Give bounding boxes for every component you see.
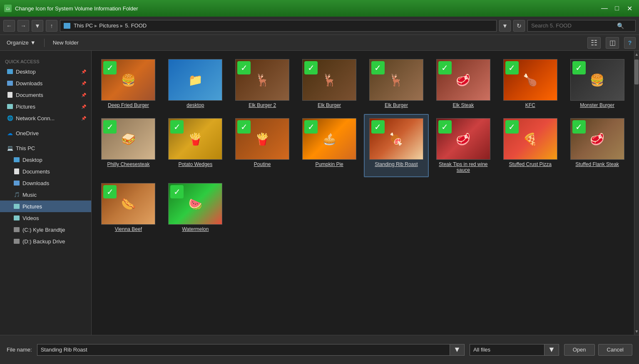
file-item-desktop[interactable]: 📁desktop: [163, 55, 228, 112]
sidebar-item-desktop-pc[interactable]: Desktop: [0, 154, 91, 166]
open-button[interactable]: Open: [564, 344, 595, 356]
file-label-elk-burger-2[interactable]: Elk Burger 2: [249, 102, 276, 108]
scroll-up-arrow[interactable]: ▲: [635, 51, 639, 58]
file-item-stuffed-crust-pizza[interactable]: 🍕✓Stuffed Crust Pizza: [497, 114, 563, 177]
file-item-kfc[interactable]: 🍗✓KFC: [497, 55, 563, 112]
file-label-vienna-beef[interactable]: Vienna Beef: [115, 226, 142, 232]
file-item-elk-burger-2[interactable]: 🦌✓Elk Burger 2: [230, 55, 295, 112]
file-label-elk-burger[interactable]: Elk Burger: [318, 102, 341, 108]
window-icon: 🗂: [4, 5, 12, 12]
check-overlay-steak-tips: ✓: [438, 120, 452, 134]
sidebar-item-desktop-quick[interactable]: Desktop 📌: [0, 66, 91, 77]
file-label-elk-burger-3[interactable]: Elk Burger: [385, 102, 408, 108]
sidebar-item-pictures-quick[interactable]: Pictures 📌: [0, 101, 91, 112]
file-label-steak-tips[interactable]: Steak Tips in red wine sauce: [436, 161, 490, 173]
breadcrumb-food[interactable]: 5. FOOD: [125, 22, 147, 29]
file-label-elk-steak[interactable]: Elk Steak: [453, 102, 474, 108]
file-item-elk-burger[interactable]: 🦌✓Elk Burger: [297, 55, 362, 112]
view-toggle-button[interactable]: ◫: [606, 37, 619, 49]
file-label-desktop[interactable]: desktop: [186, 102, 204, 108]
window-controls: — □ ✕: [599, 3, 635, 14]
file-item-deep-fried-burger[interactable]: 🍔✓Deep Fried Burger: [96, 55, 161, 112]
file-item-watermelon[interactable]: 🍉✓Watermelon: [163, 179, 228, 236]
minimize-button[interactable]: —: [599, 3, 610, 14]
file-label-watermelon[interactable]: Watermelon: [182, 226, 209, 232]
maximize-button[interactable]: □: [612, 3, 622, 14]
sidebar-item-network-quick[interactable]: 🌐 Network Conn... 📌: [0, 112, 91, 124]
filetype-dropdown-button[interactable]: ▼: [545, 344, 559, 356]
folder-icon: [7, 68, 13, 75]
file-item-elk-steak[interactable]: 🥩✓Elk Steak: [430, 55, 496, 112]
sidebar-item-downloads-quick[interactable]: Downloads 📌: [0, 77, 91, 89]
onedrive-icon: ☁: [7, 130, 13, 136]
file-label-potato-wedges[interactable]: Potato Wedges: [178, 161, 212, 167]
check-overlay-deep-fried-burger: ✓: [103, 61, 117, 74]
sidebar-item-c-drive[interactable]: (C:) Kyle Brandtje: [0, 224, 91, 235]
filetype-input[interactable]: [470, 344, 545, 356]
sidebar-item-downloads-pc[interactable]: Downloads: [0, 177, 91, 189]
file-item-monster-burger[interactable]: 🍔✓Monster Burger: [564, 55, 630, 112]
file-thumbnail-elk-burger-3: 🦌✓: [369, 59, 423, 101]
help-button[interactable]: ?: [624, 37, 636, 49]
file-label-stuffed-flank-steak[interactable]: Stuffed Flank Steak: [575, 161, 619, 167]
sidebar-item-onedrive[interactable]: ☁ OneDrive: [0, 127, 91, 139]
sidebar-item-this-pc[interactable]: 💻 This PC: [0, 142, 91, 154]
pin-icon: 📌: [81, 93, 86, 97]
sidebar-item-documents-quick[interactable]: Documents 📌: [0, 89, 91, 101]
file-item-elk-burger-3[interactable]: 🦌✓Elk Burger: [364, 55, 429, 112]
search-input[interactable]: [531, 22, 614, 29]
file-label-kfc[interactable]: KFC: [525, 102, 535, 108]
breadcrumb-this-pc[interactable]: This PC: [74, 22, 93, 29]
file-item-poutine[interactable]: 🍟✓Poutine: [230, 114, 295, 177]
sidebar-item-music-pc[interactable]: 🎵 Music: [0, 189, 91, 201]
sidebar-label: Downloads: [16, 80, 42, 87]
file-item-potato-wedges[interactable]: 🍟✓Potato Wedges: [163, 114, 228, 177]
file-label-monster-burger[interactable]: Monster Burger: [580, 102, 614, 108]
scroll-thumb[interactable]: [634, 59, 639, 84]
file-label-deep-fried-burger[interactable]: Deep Fried Burger: [108, 102, 149, 108]
close-button[interactable]: ✕: [624, 3, 635, 14]
breadcrumb-dropdown-button[interactable]: ▼: [499, 20, 511, 32]
sidebar-item-videos-pc[interactable]: Videos: [0, 212, 91, 224]
file-label-standing-rib-roast[interactable]: Standing Rib Roast: [375, 161, 418, 167]
up-button[interactable]: ↑: [46, 20, 57, 32]
folder-icon: [7, 80, 13, 87]
file-label-stuffed-crust-pizza[interactable]: Stuffed Crust Pizza: [509, 161, 552, 167]
file-thumbnail-pumpkin-pie: 🥧✓: [302, 118, 356, 160]
file-label-philly-cheesesteak[interactable]: Philly Cheesesteak: [107, 161, 149, 167]
sidebar-label: Downloads: [22, 180, 49, 186]
sidebar-item-documents-pc[interactable]: Documents: [0, 166, 91, 177]
sidebar-item-pictures-pc[interactable]: Pictures: [0, 201, 91, 212]
file-item-stuffed-flank-steak[interactable]: 🥩✓Stuffed Flank Steak: [564, 114, 630, 177]
file-label-pumpkin-pie[interactable]: Pumpkin Pie: [315, 161, 343, 167]
filename-input[interactable]: [37, 344, 450, 356]
file-item-vienna-beef[interactable]: 🌭✓Vienna Beef: [96, 179, 161, 236]
file-item-steak-tips[interactable]: 🥩✓Steak Tips in red wine sauce: [430, 114, 496, 177]
right-scrollbar[interactable]: ▲ ▼: [634, 51, 639, 335]
file-item-pumpkin-pie[interactable]: 🥧✓Pumpkin Pie: [297, 114, 362, 177]
forward-button[interactable]: →: [17, 20, 29, 32]
check-overlay-pumpkin-pie: ✓: [304, 120, 318, 134]
file-item-standing-rib-roast[interactable]: 🍖✓Standing Rib Roast: [364, 114, 429, 177]
filename-dropdown-button[interactable]: ▼: [450, 344, 465, 356]
refresh-button[interactable]: ↻: [513, 20, 525, 32]
file-item-philly-cheesesteak[interactable]: 🥪✓Philly Cheesesteak: [96, 114, 161, 177]
scroll-down-arrow[interactable]: ▼: [635, 328, 639, 335]
breadcrumb-pictures[interactable]: Pictures: [99, 22, 119, 29]
drive-icon: [13, 238, 20, 245]
back-button[interactable]: ←: [3, 20, 15, 32]
recent-locations-button[interactable]: ▼: [32, 20, 43, 32]
check-overlay-elk-burger-2: ✓: [237, 61, 251, 74]
main-layout: Quick access Desktop 📌 Downloads 📌 Docum…: [0, 51, 639, 335]
folder-icon: [7, 92, 13, 98]
sidebar-item-d-drive[interactable]: (D:) Backup Drive: [0, 235, 91, 247]
quick-access-heading: Quick access: [0, 54, 91, 66]
new-folder-button[interactable]: New folder: [50, 38, 82, 47]
file-label-poutine[interactable]: Poutine: [254, 161, 271, 167]
search-icon: 🔍: [617, 22, 624, 29]
file-thumbnail-philly-cheesesteak: 🥪✓: [101, 118, 155, 160]
sidebar-label: Documents: [22, 168, 50, 175]
organize-button[interactable]: Organize ▼: [3, 38, 39, 47]
cancel-button[interactable]: Cancel: [598, 344, 632, 356]
view-options-button[interactable]: ☷: [587, 37, 601, 49]
